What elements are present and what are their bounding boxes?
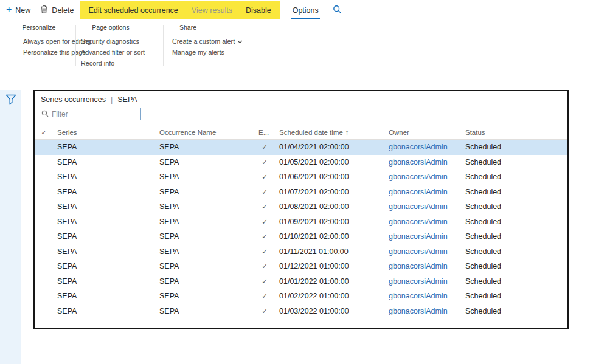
occurrence-name-cell: SEPA (155, 173, 254, 181)
delete-button[interactable]: Delete (40, 5, 74, 15)
scheduled-date-cell: 01/06/2021 02:00:00 (275, 173, 384, 181)
page-title: Series occurrences|SEPA (41, 95, 137, 104)
column-header-status[interactable]: Status (461, 129, 567, 136)
enabled-check-icon: ✓ (254, 262, 275, 270)
status-cell: Scheduled (461, 247, 567, 256)
owner-link[interactable]: gbonacorsiAdmin (384, 218, 461, 226)
series-cell: SEPA (53, 277, 155, 286)
highlight-annotation: Edit scheduled occurrence View results D… (80, 1, 280, 19)
status-cell: Scheduled (461, 188, 567, 196)
enabled-check-icon: ✓ (254, 143, 275, 151)
column-header-scheduled-date-time[interactable]: Scheduled date time↑ (275, 129, 384, 136)
series-cell: SEPA (53, 218, 155, 226)
tab-options[interactable]: Options (287, 0, 324, 20)
select-all-checkmark-icon[interactable]: ✓ (35, 129, 53, 137)
status-cell: Scheduled (461, 158, 567, 167)
ribbon-group-title: Personalize (13, 24, 64, 31)
search-button[interactable] (333, 5, 342, 16)
menu-item-manage-my-alerts[interactable]: Manage my alerts (172, 47, 205, 58)
owner-link[interactable]: gbonacorsiAdmin (384, 277, 461, 286)
enabled-check-icon: ✓ (254, 247, 275, 256)
series-cell: SEPA (53, 188, 155, 196)
table-row[interactable]: SEPA SEPA ✓ 01/12/2021 01:00:00 gbonacor… (35, 259, 567, 274)
table-row[interactable]: SEPA SEPA ✓ 01/03/2022 01:00:00 gbonacor… (35, 304, 567, 319)
status-cell: Scheduled (461, 277, 567, 286)
scheduled-date-cell: 01/03/2022 01:00:00 (275, 307, 384, 315)
occurrence-name-cell: SEPA (155, 202, 254, 211)
quick-filter (38, 108, 141, 120)
series-cell: SEPA (53, 247, 155, 256)
series-cell: SEPA (53, 307, 155, 315)
occurrence-name-cell: SEPA (155, 218, 254, 226)
owner-link[interactable]: gbonacorsiAdmin (384, 262, 461, 270)
enabled-check-icon: ✓ (254, 188, 275, 196)
view-results-label: View results (192, 6, 232, 15)
menu-item-always-open-for-editing[interactable]: Always open for editing (23, 36, 64, 47)
enabled-check-icon: ✓ (254, 232, 275, 241)
disable-button[interactable]: Disable (239, 1, 278, 19)
plus-icon: + (6, 5, 12, 15)
series-cell: SEPA (53, 292, 155, 300)
menu-item-create-a-custom-alert[interactable]: Create a custom alert (172, 36, 205, 47)
owner-link[interactable]: gbonacorsiAdmin (384, 232, 461, 241)
column-header-owner[interactable]: Owner (384, 129, 461, 136)
app-window: + New Delete Edit scheduled occurrence V… (0, 0, 593, 364)
owner-link[interactable]: gbonacorsiAdmin (384, 247, 461, 256)
table-row[interactable]: SEPA SEPA ✓ 01/11/2021 01:00:00 gbonacor… (35, 244, 567, 259)
filter-pane-strip (0, 90, 21, 364)
column-header-occurrence-name[interactable]: Occurrence Name (155, 129, 254, 136)
funnel-icon[interactable] (5, 94, 16, 105)
table-row[interactable]: SEPA SEPA ✓ 01/09/2021 02:00:00 gbonacor… (35, 215, 567, 230)
menu-item-security-diagnostics[interactable]: Security diagnostics (81, 36, 142, 47)
table-row[interactable]: SEPA SEPA ✓ 01/07/2021 02:00:00 gbonacor… (35, 185, 567, 200)
occurrence-name-cell: SEPA (155, 292, 254, 300)
menu-item-personalize-this-page[interactable]: Personalize this page (23, 47, 64, 58)
owner-link[interactable]: gbonacorsiAdmin (384, 143, 461, 151)
table-row[interactable]: SEPA SEPA ✓ 01/04/2021 02:00:00 gbonacor… (35, 140, 567, 155)
owner-link[interactable]: gbonacorsiAdmin (384, 292, 461, 300)
status-cell: Scheduled (461, 218, 567, 226)
title-separator: | (111, 95, 113, 104)
table-row[interactable]: SEPA SEPA ✓ 01/02/2022 01:00:00 gbonacor… (35, 289, 567, 304)
table-row[interactable]: SEPA SEPA ✓ 01/10/2021 02:00:00 gbonacor… (35, 229, 567, 244)
table-row[interactable]: SEPA SEPA ✓ 01/01/2022 01:00:00 gbonacor… (35, 274, 567, 289)
owner-link[interactable]: gbonacorsiAdmin (384, 307, 461, 315)
owner-link[interactable]: gbonacorsiAdmin (384, 202, 461, 211)
menu-item-advanced-filter-or-sort[interactable]: Advanced filter or sort (81, 47, 142, 58)
enabled-check-icon: ✓ (254, 202, 275, 211)
create-a-custom-alert-label: Create a custom alert (172, 36, 235, 47)
enabled-check-icon: ✓ (254, 218, 275, 226)
column-header-enabled[interactable]: E... (254, 129, 275, 136)
new-button[interactable]: + New (6, 6, 30, 15)
occurrence-name-cell: SEPA (155, 277, 254, 286)
ribbon-group-title: Share (171, 24, 205, 31)
ribbon-group-title: Page options (79, 24, 142, 31)
search-icon (333, 5, 342, 16)
table-row[interactable]: SEPA SEPA ✓ 01/05/2021 02:00:00 gbonacor… (35, 155, 567, 170)
status-cell: Scheduled (461, 143, 567, 151)
view-results-button[interactable]: View results (185, 1, 239, 19)
owner-link[interactable]: gbonacorsiAdmin (384, 158, 461, 167)
occurrence-name-cell: SEPA (155, 158, 254, 167)
scheduled-date-cell: 01/11/2021 01:00:00 (275, 247, 384, 256)
scheduled-date-cell: 01/02/2022 01:00:00 (275, 292, 384, 300)
owner-link[interactable]: gbonacorsiAdmin (384, 188, 461, 196)
chevron-down-icon (237, 36, 243, 47)
scheduled-date-cell: 01/08/2021 02:00:00 (275, 202, 384, 211)
scheduled-date-cell: 01/07/2021 02:00:00 (275, 188, 384, 196)
enabled-check-icon: ✓ (254, 307, 275, 315)
owner-link[interactable]: gbonacorsiAdmin (384, 173, 461, 181)
column-header-series[interactable]: Series (53, 129, 155, 136)
ribbon-divider (163, 25, 164, 66)
table-row[interactable]: SEPA SEPA ✓ 01/06/2021 02:00:00 gbonacor… (35, 170, 567, 185)
annotation-rectangle: Series occurrences|SEPA ✓ Series Occurre… (33, 90, 569, 329)
tab-options-label: Options (293, 6, 319, 15)
menu-item-record-info[interactable]: Record info (81, 58, 142, 69)
scheduled-date-cell: 01/12/2021 01:00:00 (275, 262, 384, 270)
edit-scheduled-occurrence-button[interactable]: Edit scheduled occurrence (82, 1, 185, 19)
trash-icon (40, 5, 48, 15)
filter-input[interactable] (52, 110, 137, 118)
enabled-check-icon: ✓ (254, 173, 275, 181)
status-cell: Scheduled (461, 173, 567, 181)
table-row[interactable]: SEPA SEPA ✓ 01/08/2021 02:00:00 gbonacor… (35, 199, 567, 215)
